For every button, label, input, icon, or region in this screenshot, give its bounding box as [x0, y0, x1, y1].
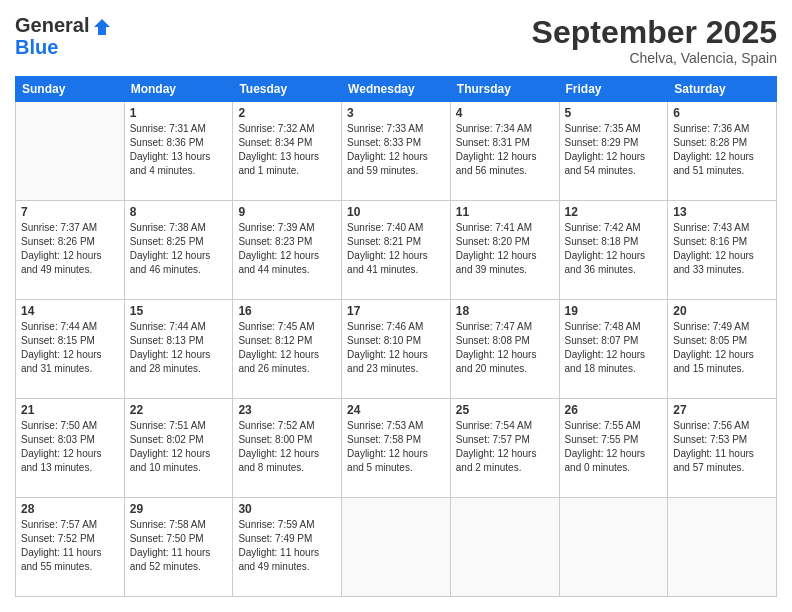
- day-info: Sunrise: 7:31 AM Sunset: 8:36 PM Dayligh…: [130, 122, 228, 178]
- day-number: 24: [347, 403, 445, 417]
- day-number: 12: [565, 205, 663, 219]
- day-info: Sunrise: 7:36 AM Sunset: 8:28 PM Dayligh…: [673, 122, 771, 178]
- calendar-cell: 23Sunrise: 7:52 AM Sunset: 8:00 PM Dayli…: [233, 399, 342, 498]
- day-info: Sunrise: 7:43 AM Sunset: 8:16 PM Dayligh…: [673, 221, 771, 277]
- calendar-cell: 10Sunrise: 7:40 AM Sunset: 8:21 PM Dayli…: [342, 201, 451, 300]
- day-number: 25: [456, 403, 554, 417]
- calendar-header-row: Sunday Monday Tuesday Wednesday Thursday…: [16, 77, 777, 102]
- calendar-week-row: 21Sunrise: 7:50 AM Sunset: 8:03 PM Dayli…: [16, 399, 777, 498]
- day-number: 17: [347, 304, 445, 318]
- calendar-table: Sunday Monday Tuesday Wednesday Thursday…: [15, 76, 777, 597]
- day-info: Sunrise: 7:57 AM Sunset: 7:52 PM Dayligh…: [21, 518, 119, 574]
- day-info: Sunrise: 7:45 AM Sunset: 8:12 PM Dayligh…: [238, 320, 336, 376]
- day-number: 26: [565, 403, 663, 417]
- logo-text: General Blue: [15, 15, 112, 57]
- day-number: 19: [565, 304, 663, 318]
- day-number: 14: [21, 304, 119, 318]
- day-number: 7: [21, 205, 119, 219]
- logo-blue: Blue: [15, 37, 112, 57]
- day-number: 30: [238, 502, 336, 516]
- day-info: Sunrise: 7:54 AM Sunset: 7:57 PM Dayligh…: [456, 419, 554, 475]
- calendar-cell: 26Sunrise: 7:55 AM Sunset: 7:55 PM Dayli…: [559, 399, 668, 498]
- col-wednesday: Wednesday: [342, 77, 451, 102]
- calendar-cell: 18Sunrise: 7:47 AM Sunset: 8:08 PM Dayli…: [450, 300, 559, 399]
- day-info: Sunrise: 7:56 AM Sunset: 7:53 PM Dayligh…: [673, 419, 771, 475]
- calendar-cell: [16, 102, 125, 201]
- day-number: 6: [673, 106, 771, 120]
- calendar-cell: 14Sunrise: 7:44 AM Sunset: 8:15 PM Dayli…: [16, 300, 125, 399]
- col-thursday: Thursday: [450, 77, 559, 102]
- day-info: Sunrise: 7:41 AM Sunset: 8:20 PM Dayligh…: [456, 221, 554, 277]
- calendar-cell: 21Sunrise: 7:50 AM Sunset: 8:03 PM Dayli…: [16, 399, 125, 498]
- calendar-cell: 27Sunrise: 7:56 AM Sunset: 7:53 PM Dayli…: [668, 399, 777, 498]
- page: General Blue September 2025 Chelva, Vale…: [0, 0, 792, 612]
- title-block: September 2025 Chelva, Valencia, Spain: [532, 15, 777, 66]
- day-info: Sunrise: 7:40 AM Sunset: 8:21 PM Dayligh…: [347, 221, 445, 277]
- calendar-cell: 1Sunrise: 7:31 AM Sunset: 8:36 PM Daylig…: [124, 102, 233, 201]
- calendar-week-row: 28Sunrise: 7:57 AM Sunset: 7:52 PM Dayli…: [16, 498, 777, 597]
- calendar-cell: 4Sunrise: 7:34 AM Sunset: 8:31 PM Daylig…: [450, 102, 559, 201]
- month-title: September 2025: [532, 15, 777, 50]
- day-number: 9: [238, 205, 336, 219]
- day-number: 28: [21, 502, 119, 516]
- day-number: 21: [21, 403, 119, 417]
- calendar-cell: 9Sunrise: 7:39 AM Sunset: 8:23 PM Daylig…: [233, 201, 342, 300]
- calendar-cell: 16Sunrise: 7:45 AM Sunset: 8:12 PM Dayli…: [233, 300, 342, 399]
- calendar-cell: 22Sunrise: 7:51 AM Sunset: 8:02 PM Dayli…: [124, 399, 233, 498]
- day-number: 18: [456, 304, 554, 318]
- day-info: Sunrise: 7:44 AM Sunset: 8:13 PM Dayligh…: [130, 320, 228, 376]
- calendar-cell: 15Sunrise: 7:44 AM Sunset: 8:13 PM Dayli…: [124, 300, 233, 399]
- header: General Blue September 2025 Chelva, Vale…: [15, 15, 777, 66]
- day-info: Sunrise: 7:55 AM Sunset: 7:55 PM Dayligh…: [565, 419, 663, 475]
- svg-marker-0: [94, 19, 110, 35]
- day-info: Sunrise: 7:48 AM Sunset: 8:07 PM Dayligh…: [565, 320, 663, 376]
- day-number: 2: [238, 106, 336, 120]
- calendar-cell: 17Sunrise: 7:46 AM Sunset: 8:10 PM Dayli…: [342, 300, 451, 399]
- day-info: Sunrise: 7:33 AM Sunset: 8:33 PM Dayligh…: [347, 122, 445, 178]
- day-number: 11: [456, 205, 554, 219]
- day-info: Sunrise: 7:39 AM Sunset: 8:23 PM Dayligh…: [238, 221, 336, 277]
- calendar-cell: 11Sunrise: 7:41 AM Sunset: 8:20 PM Dayli…: [450, 201, 559, 300]
- day-number: 10: [347, 205, 445, 219]
- calendar-cell: 8Sunrise: 7:38 AM Sunset: 8:25 PM Daylig…: [124, 201, 233, 300]
- day-info: Sunrise: 7:51 AM Sunset: 8:02 PM Dayligh…: [130, 419, 228, 475]
- day-info: Sunrise: 7:44 AM Sunset: 8:15 PM Dayligh…: [21, 320, 119, 376]
- calendar-week-row: 1Sunrise: 7:31 AM Sunset: 8:36 PM Daylig…: [16, 102, 777, 201]
- col-friday: Friday: [559, 77, 668, 102]
- col-sunday: Sunday: [16, 77, 125, 102]
- day-info: Sunrise: 7:37 AM Sunset: 8:26 PM Dayligh…: [21, 221, 119, 277]
- day-info: Sunrise: 7:52 AM Sunset: 8:00 PM Dayligh…: [238, 419, 336, 475]
- logo-icon: [92, 17, 112, 37]
- day-info: Sunrise: 7:53 AM Sunset: 7:58 PM Dayligh…: [347, 419, 445, 475]
- calendar-cell: 6Sunrise: 7:36 AM Sunset: 8:28 PM Daylig…: [668, 102, 777, 201]
- calendar-cell: [559, 498, 668, 597]
- day-info: Sunrise: 7:34 AM Sunset: 8:31 PM Dayligh…: [456, 122, 554, 178]
- calendar-cell: [342, 498, 451, 597]
- day-number: 27: [673, 403, 771, 417]
- calendar-week-row: 14Sunrise: 7:44 AM Sunset: 8:15 PM Dayli…: [16, 300, 777, 399]
- col-tuesday: Tuesday: [233, 77, 342, 102]
- day-number: 22: [130, 403, 228, 417]
- calendar-cell: 19Sunrise: 7:48 AM Sunset: 8:07 PM Dayli…: [559, 300, 668, 399]
- day-info: Sunrise: 7:59 AM Sunset: 7:49 PM Dayligh…: [238, 518, 336, 574]
- calendar-cell: 29Sunrise: 7:58 AM Sunset: 7:50 PM Dayli…: [124, 498, 233, 597]
- day-number: 8: [130, 205, 228, 219]
- day-info: Sunrise: 7:35 AM Sunset: 8:29 PM Dayligh…: [565, 122, 663, 178]
- calendar-cell: 25Sunrise: 7:54 AM Sunset: 7:57 PM Dayli…: [450, 399, 559, 498]
- calendar-cell: 28Sunrise: 7:57 AM Sunset: 7:52 PM Dayli…: [16, 498, 125, 597]
- calendar-cell: 13Sunrise: 7:43 AM Sunset: 8:16 PM Dayli…: [668, 201, 777, 300]
- day-info: Sunrise: 7:47 AM Sunset: 8:08 PM Dayligh…: [456, 320, 554, 376]
- day-number: 15: [130, 304, 228, 318]
- day-number: 29: [130, 502, 228, 516]
- calendar-cell: [450, 498, 559, 597]
- day-info: Sunrise: 7:46 AM Sunset: 8:10 PM Dayligh…: [347, 320, 445, 376]
- calendar-cell: 5Sunrise: 7:35 AM Sunset: 8:29 PM Daylig…: [559, 102, 668, 201]
- col-monday: Monday: [124, 77, 233, 102]
- calendar-cell: 30Sunrise: 7:59 AM Sunset: 7:49 PM Dayli…: [233, 498, 342, 597]
- logo: General Blue: [15, 15, 112, 57]
- day-info: Sunrise: 7:32 AM Sunset: 8:34 PM Dayligh…: [238, 122, 336, 178]
- calendar-cell: 24Sunrise: 7:53 AM Sunset: 7:58 PM Dayli…: [342, 399, 451, 498]
- day-info: Sunrise: 7:58 AM Sunset: 7:50 PM Dayligh…: [130, 518, 228, 574]
- calendar-cell: 7Sunrise: 7:37 AM Sunset: 8:26 PM Daylig…: [16, 201, 125, 300]
- calendar-cell: 20Sunrise: 7:49 AM Sunset: 8:05 PM Dayli…: [668, 300, 777, 399]
